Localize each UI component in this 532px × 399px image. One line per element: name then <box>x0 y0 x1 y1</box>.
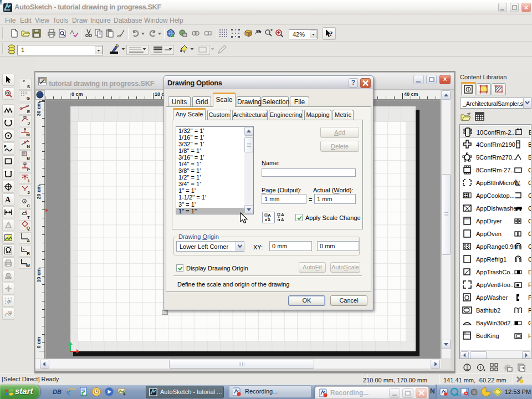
svg-text:A: A <box>268 213 271 218</box>
svg-text:A: A <box>281 217 284 222</box>
svg-text:?: ? <box>329 29 333 38</box>
svg-text:G: G <box>7 299 11 304</box>
svg-text:P: P <box>4 145 7 149</box>
svg-text:DB: DB <box>53 388 62 395</box>
svg-text:A: A <box>5 196 11 204</box>
svg-text:U: U <box>8 310 12 315</box>
svg-text:A: A <box>281 213 284 217</box>
